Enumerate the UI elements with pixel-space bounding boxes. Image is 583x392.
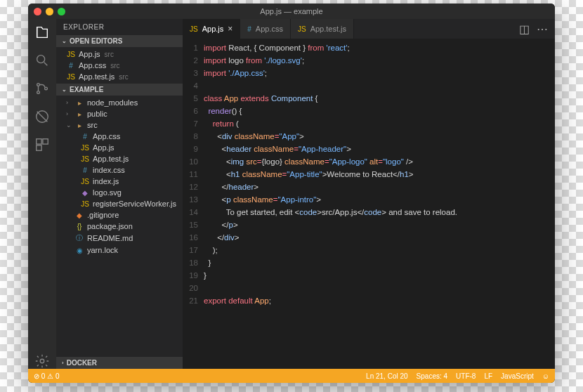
open-editor-item[interactable]: #App.csssrc [56,60,183,71]
file-icon: ◆ [80,189,90,197]
svg-point-2 [37,91,40,94]
debug-icon[interactable] [34,109,50,124]
workspace-tree: ›▸node_modules›▸public⌄▸src#App.cssJSApp… [56,96,183,257]
tree-item[interactable]: #App.css [56,131,183,142]
status-item[interactable]: JavaScript [501,372,534,380]
section-open-editors[interactable]: ⌄ OPEN EDITORS [56,35,183,47]
search-icon[interactable] [34,53,50,68]
tab[interactable]: #App.css [240,19,291,39]
chevron-icon: › [66,110,72,117]
file-icon: ▸ [74,110,84,118]
tree-item[interactable]: ◆logo.svg [56,187,183,198]
tree-item[interactable]: ›▸public [56,108,183,119]
file-icon: # [247,25,251,33]
extensions-icon[interactable] [34,137,50,152]
file-name: .gitignore [87,211,119,219]
sidebar: EXPLORER ⌄ OPEN EDITORS JSApp.jssrc#App.… [56,19,183,369]
tree-item[interactable]: ⓘREADME.md [56,232,183,244]
body: EXPLORER ⌄ OPEN EDITORS JSApp.jssrc#App.… [28,19,555,369]
chevron-icon: ⌄ [66,122,72,129]
tree-item[interactable]: ◆.gitignore [56,209,183,221]
file-icon: JS [190,25,198,33]
close-icon[interactable] [34,8,41,15]
tab[interactable]: JSApp.test.js [291,19,354,39]
file-name: src [87,121,98,129]
status-item[interactable]: LF [484,372,492,380]
file-name: README.md [87,234,133,242]
svg-point-0 [37,55,45,63]
git-icon[interactable] [34,81,50,96]
split-editor-icon[interactable]: ◫ [519,22,530,36]
docker-label: DOCKER [67,359,97,367]
code-area[interactable]: 123456789101112131415161718192021 import… [183,39,555,369]
file-name: App.test.js [79,72,114,81]
open-editor-item[interactable]: JSApp.test.jssrc [56,71,183,82]
open-editor-item[interactable]: JSApp.jssrc [56,48,183,60]
tree-item[interactable]: JSindex.js [56,176,183,187]
file-icon: ▸ [74,122,84,129]
tree-item[interactable]: JSApp.js [56,142,183,153]
file-icon: JS [298,25,306,33]
file-name: yarn.lock [87,246,118,254]
file-icon: JS [66,51,76,58]
status-right: Ln 21, Col 20Spaces: 4UTF-8LFJavaScript☺ [366,372,549,380]
file-name: package.json [87,222,133,230]
tab[interactable]: JSApp.js× [183,19,240,39]
file-name: App.test.js [93,155,129,163]
svg-point-3 [45,87,48,90]
file-name: index.js [93,177,119,185]
tab-label: App.js [202,25,224,33]
titlebar[interactable]: App.js — example [28,4,555,19]
minimize-icon[interactable] [46,8,53,15]
maximize-icon[interactable] [58,8,65,15]
tree-item[interactable]: JSApp.test.js [56,153,183,164]
file-name: App.css [79,61,106,70]
tree-item[interactable]: JSregisterServiceWorker.js [56,198,183,209]
file-icon: # [66,62,76,70]
close-tab-icon[interactable]: × [228,24,232,34]
file-icon: JS [80,155,90,163]
chevron-right-icon: › [62,360,64,366]
status-item[interactable]: ☺ [542,372,549,380]
file-name: App.css [93,132,120,141]
line-gutter: 123456789101112131415161718192021 [183,39,204,369]
file-icon: ◉ [74,247,84,254]
file-icon: # [80,166,90,174]
file-icon: ⓘ [74,233,84,243]
explorer-icon[interactable] [34,25,50,40]
status-bar: ⊘ 0 ⚠ 0 Ln 21, Col 20Spaces: 4UTF-8LFJav… [28,369,555,383]
status-problems[interactable]: ⊘ 0 ⚠ 0 [34,372,59,380]
status-item[interactable]: Spaces: 4 [417,372,447,380]
file-name: index.css [93,166,125,174]
tree-item[interactable]: ⌄▸src [56,119,183,131]
file-icon: JS [66,73,76,81]
file-icon: JS [80,144,90,152]
chevron-down-icon: ⌄ [62,86,67,93]
file-icon: JS [80,200,90,208]
more-icon[interactable]: ⋯ [537,22,548,36]
traffic-lights [34,8,65,15]
sidebar-title: EXPLORER [56,19,183,35]
status-item[interactable]: Ln 21, Col 20 [366,372,408,380]
status-item[interactable]: UTF-8 [456,372,476,380]
window-title: App.js — example [28,7,555,15]
svg-point-1 [37,84,40,86]
svg-rect-5 [37,139,41,144]
open-editors-label: OPEN EDITORS [70,37,122,45]
tree-item[interactable]: ◉yarn.lock [56,244,183,256]
file-path: src [110,62,119,70]
svg-point-8 [40,359,44,363]
file-name: App.js [93,143,114,152]
vscode-window: App.js — example EXPLORER ⌄ OPEN EDITORS… [28,4,555,383]
settings-icon[interactable] [34,353,50,369]
code-content[interactable]: import React, { Component } from 'react'… [204,39,555,369]
tree-item[interactable]: ›▸node_modules [56,97,183,108]
file-path: src [119,73,128,81]
tree-item[interactable]: #index.css [56,164,183,176]
tree-item[interactable]: {}package.json [56,221,183,232]
svg-rect-6 [43,139,48,144]
section-workspace[interactable]: ⌄ EXAMPLE [56,84,183,96]
file-name: public [87,110,107,118]
file-name: registerServiceWorker.js [93,200,176,208]
section-docker[interactable]: › DOCKER [56,357,183,369]
